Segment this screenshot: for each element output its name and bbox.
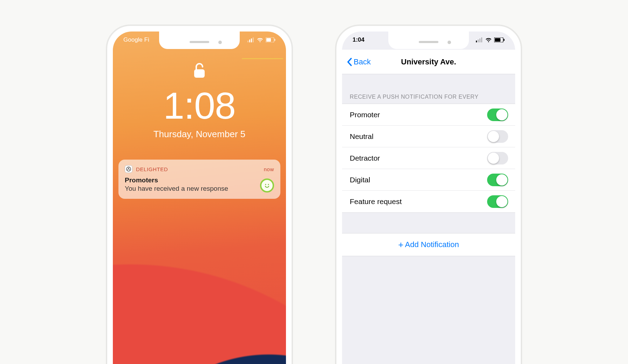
svg-rect-7 [194, 69, 205, 78]
plus-icon: + [398, 240, 403, 249]
status-time: 1:04 [353, 36, 364, 43]
earpiece [190, 41, 209, 43]
carrier-label: Google Fi [123, 36, 149, 43]
toggle-detractor[interactable] [487, 152, 508, 164]
add-notification-button[interactable]: + Add Notification [342, 233, 515, 256]
toggle-digital[interactable] [487, 174, 508, 186]
row-label: Neutral [350, 132, 374, 141]
svg-rect-11 [476, 41, 477, 42]
notification-body: You have received a new response [125, 185, 274, 192]
battery-icon [266, 37, 275, 42]
row-feature-request: Feature request [342, 191, 515, 212]
phone-lock-screen: Google Fi [106, 24, 293, 364]
notification-card[interactable]: DELIGHTED now Promoters You have receive… [118, 160, 280, 199]
svg-rect-12 [478, 40, 479, 42]
notch [159, 31, 240, 49]
cell-signal-icon [247, 37, 254, 42]
toggle-neutral[interactable] [487, 130, 508, 143]
svg-rect-17 [504, 39, 505, 41]
add-label: Add Notification [405, 240, 459, 249]
notification-header: DELIGHTED now [125, 165, 274, 173]
svg-rect-14 [481, 37, 482, 42]
cell-signal-icon [476, 37, 483, 42]
row-detractor: Detractor [342, 147, 515, 169]
notification-time: now [264, 166, 274, 172]
back-label: Back [354, 57, 371, 66]
front-camera [218, 41, 222, 44]
battery-icon [494, 37, 505, 42]
lock-center: 1:08 Thursday, November 5 [113, 62, 286, 140]
row-promoter: Promoter [342, 104, 515, 126]
app-name: DELIGHTED [136, 166, 168, 172]
toggle-feature-request[interactable] [487, 195, 508, 208]
svg-rect-2 [251, 38, 252, 42]
toggle-list: Promoter Neutral Detractor Digital Featu… [342, 104, 515, 213]
svg-rect-3 [253, 37, 254, 42]
row-label: Promoter [350, 111, 380, 119]
lock-screen: Google Fi [113, 31, 286, 364]
svg-rect-5 [266, 38, 271, 42]
wifi-icon [257, 37, 264, 42]
svg-rect-16 [495, 38, 500, 42]
toggle-promoter[interactable] [487, 108, 508, 121]
wifi-icon [485, 37, 492, 42]
svg-point-9 [265, 184, 266, 185]
back-button[interactable]: Back [342, 57, 371, 66]
row-digital: Digital [342, 169, 515, 191]
notch [388, 31, 469, 49]
row-neutral: Neutral [342, 126, 515, 147]
app-icon [125, 165, 132, 173]
row-label: Digital [350, 176, 370, 184]
unlock-icon [193, 62, 205, 78]
settings-screen: 1:04 [342, 31, 515, 364]
status-underline [242, 58, 283, 59]
earpiece [419, 41, 438, 43]
nav-bar: Back University Ave. [342, 50, 515, 74]
lock-time: 1:08 [163, 87, 235, 125]
smiley-icon [260, 178, 274, 192]
svg-rect-13 [479, 38, 480, 42]
svg-rect-0 [247, 41, 248, 42]
row-label: Detractor [350, 154, 380, 162]
svg-rect-1 [249, 40, 250, 42]
phone-settings: 1:04 [335, 24, 522, 364]
svg-point-10 [268, 184, 269, 185]
chevron-left-icon [347, 58, 352, 66]
row-label: Feature request [350, 197, 402, 206]
svg-rect-6 [274, 39, 275, 41]
notification-title: Promoters [125, 176, 274, 184]
lock-date: Thursday, November 5 [153, 129, 246, 140]
front-camera [448, 41, 451, 44]
section-header: RECEIVE A PUSH NOTIFICATION FOR EVERY [350, 94, 478, 100]
